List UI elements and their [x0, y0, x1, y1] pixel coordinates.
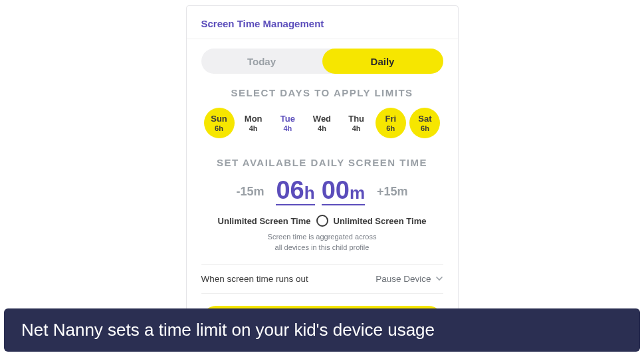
day-hours: 6h: [215, 124, 223, 132]
minutes-value: 00: [322, 178, 350, 203]
aggregate-note: Screen time is aggregated across all dev…: [201, 232, 443, 253]
day-sun[interactable]: Sun 6h: [204, 108, 235, 138]
day-selector: Sun 6h Mon 4h Tue 4h Wed 4h Thu 4h Fri 6…: [201, 108, 443, 138]
chevron-down-icon: [435, 275, 443, 283]
card-title: Screen Time Management: [187, 6, 458, 39]
day-sat[interactable]: Sat 6h: [409, 108, 440, 138]
day-hours: 4h: [283, 124, 292, 132]
runout-value: Pause Device: [376, 274, 431, 284]
hours-value: 06: [276, 178, 304, 203]
day-hours: 4h: [249, 124, 258, 132]
decrease-button[interactable]: -15m: [236, 185, 264, 199]
select-days-title: SELECT DAYS TO APPLY LIMITS: [201, 87, 443, 98]
day-hours: 6h: [421, 124, 429, 132]
screen-time-card: Screen Time Management Today Daily SELEC…: [186, 5, 459, 344]
runout-label: When screen time runs out: [201, 274, 308, 284]
day-hours: 6h: [386, 124, 395, 132]
time-display: 06 h 00 m: [276, 178, 365, 205]
day-wed[interactable]: Wed 4h: [306, 108, 337, 138]
day-hours: 4h: [318, 124, 326, 132]
day-tue[interactable]: Tue 4h: [272, 108, 303, 138]
day-mon[interactable]: Mon 4h: [238, 108, 268, 138]
day-hours: 4h: [352, 124, 361, 132]
day-label: Thu: [348, 114, 364, 124]
set-time-title: SET AVAILABLE DAILY SCREEN TIME: [201, 157, 443, 168]
hours-unit: h: [304, 184, 315, 201]
day-label: Mon: [245, 114, 263, 124]
note-line2: all devices in this child profile: [275, 243, 370, 251]
day-label: Sun: [211, 114, 227, 124]
hours-part[interactable]: 06 h: [276, 178, 314, 205]
day-label: Wed: [313, 114, 331, 124]
day-thu[interactable]: Thu 4h: [341, 108, 372, 138]
note-line1: Screen time is aggregated across: [268, 233, 377, 241]
unlimited-row: Unlimited Screen Time Unlimited Screen T…: [201, 215, 443, 227]
caption-bar: Net Nanny sets a time limit on your kid'…: [4, 308, 640, 352]
day-label: Sat: [418, 114, 431, 124]
runout-row: When screen time runs out Pause Device: [201, 264, 443, 294]
unlimited-label-left: Unlimited Screen Time: [218, 216, 311, 226]
tab-daily[interactable]: Daily: [322, 49, 443, 74]
runout-select[interactable]: Pause Device: [376, 274, 443, 284]
day-label: Fri: [385, 114, 396, 124]
increase-button[interactable]: +15m: [377, 185, 408, 199]
minutes-part[interactable]: 00 m: [322, 178, 365, 205]
unlimited-label-right: Unlimited Screen Time: [334, 216, 427, 226]
time-adjust-row: -15m 06 h 00 m +15m: [201, 178, 443, 205]
card-body: Today Daily SELECT DAYS TO APPLY LIMITS …: [187, 39, 458, 343]
minutes-unit: m: [350, 184, 365, 201]
day-fri[interactable]: Fri 6h: [376, 108, 406, 138]
unlimited-radio[interactable]: [316, 215, 328, 227]
tab-group: Today Daily: [201, 49, 443, 74]
tab-today[interactable]: Today: [201, 49, 322, 74]
day-label: Tue: [280, 114, 295, 124]
